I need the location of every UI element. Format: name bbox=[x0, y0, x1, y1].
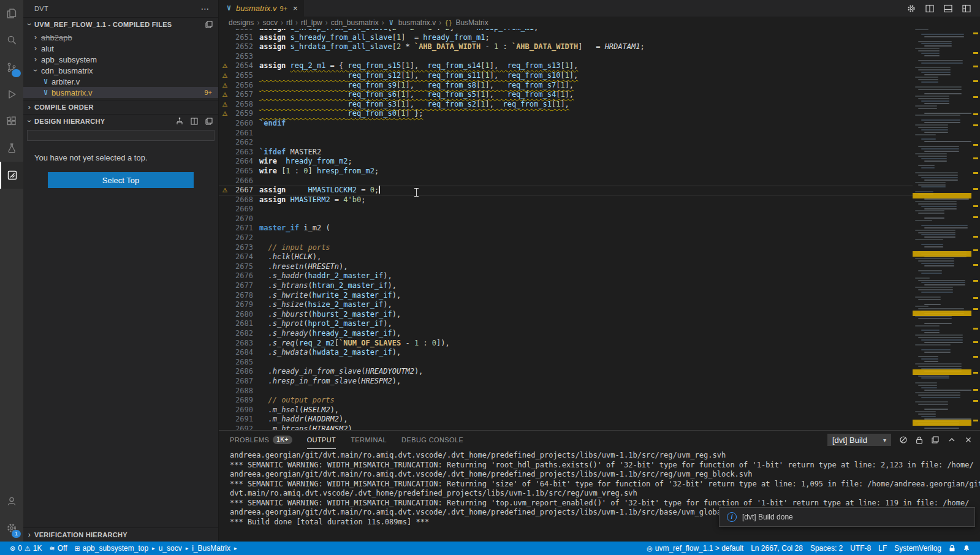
tree-item-ahb2apb[interactable]: ›ahb2apb bbox=[23, 32, 218, 43]
code-line-2689[interactable]: 2689 // output ports bbox=[219, 396, 913, 406]
tree-item-apb_subsystem[interactable]: ›apb_subsystem bbox=[23, 54, 218, 65]
code-line-2682[interactable]: 2682 .s_hready(hready_2_master_if), bbox=[219, 329, 913, 339]
code-line-2684[interactable]: 2684 .s_hwdata(hwdata_2_master_if), bbox=[219, 348, 913, 358]
code-line-2670[interactable]: 2670 bbox=[219, 214, 913, 224]
code-line-2652[interactable]: 2652assign s_hrdata_from_all_slave[2 * `… bbox=[219, 42, 913, 52]
encoding[interactable]: UTF-8 bbox=[846, 542, 875, 555]
panel-tab-terminal[interactable]: TERMINAL bbox=[351, 431, 387, 449]
select-top-button[interactable]: Select Top bbox=[48, 172, 194, 188]
verification-hierarchy-header[interactable]: › VERIFICATION HIERARCHY bbox=[23, 527, 218, 542]
activity-bar-explorer-icon[interactable] bbox=[0, 0, 23, 27]
clear-output-icon[interactable] bbox=[899, 436, 908, 444]
activity-bar-extensions-icon[interactable] bbox=[0, 108, 23, 135]
customize-layout-icon[interactable] bbox=[962, 4, 971, 13]
code-line-2667[interactable]: ⚠2667assign HMASTLOCKM2 = 0; bbox=[219, 186, 913, 195]
lock-scroll-icon[interactable] bbox=[916, 436, 923, 444]
code-line-2691[interactable]: 2691 .m_haddr(HADDRM2), bbox=[219, 415, 913, 425]
compile-order-header[interactable]: › COMPILE ORDER bbox=[23, 100, 218, 114]
code-line-2654[interactable]: ⚠2654assign req_2_m1 = { req_from_s15[1]… bbox=[219, 61, 913, 71]
code-line-2678[interactable]: 2678 .s_hwrite(hwrite_2_master_if), bbox=[219, 291, 913, 301]
code-line-2681[interactable]: 2681 .s_hprot(hprot_2_master_if), bbox=[219, 319, 913, 329]
open-in-editor-icon[interactable] bbox=[931, 436, 940, 444]
design-path-item[interactable]: apb_subsystem_top bbox=[83, 544, 148, 553]
lock-icon[interactable] bbox=[945, 542, 959, 555]
activity-bar-search-icon[interactable] bbox=[0, 27, 23, 54]
breadcrumb-item-rtl_lpw[interactable]: rtl_lpw bbox=[301, 18, 322, 27]
compiled-files-header[interactable]: › UVM_REF_FLOW_1.1 - COMPILED FILES bbox=[23, 17, 218, 31]
code-line-2674[interactable]: 2674 .hclk(HCLK), bbox=[219, 252, 913, 262]
code-line-2663[interactable]: 2663`ifdef MASTER2 bbox=[219, 148, 913, 157]
output-channel-select[interactable]: [dvt] Build▾ bbox=[827, 434, 891, 446]
maximize-panel-icon[interactable] bbox=[948, 436, 956, 444]
code-line-2673[interactable]: 2673 // input ports bbox=[219, 243, 913, 253]
design-path-item[interactable]: u_socv bbox=[159, 544, 182, 553]
code-line-2685[interactable]: 2685 bbox=[219, 358, 913, 368]
code-line-2676[interactable]: 2676 .s_haddr(haddr_2_master_if), bbox=[219, 271, 913, 281]
activity-bar-settings-icon[interactable]: 1 bbox=[0, 515, 23, 542]
code-line-2690[interactable]: 2690 .m_hsel(HSELM2), bbox=[219, 406, 913, 415]
toggle-panel-icon[interactable] bbox=[943, 4, 953, 13]
activity-bar-source-control-icon[interactable] bbox=[0, 54, 23, 81]
checks-toggle[interactable]: ≋Off bbox=[45, 542, 70, 555]
code-line-2656[interactable]: ⚠2656 req_from_s9[1], req_from_s8[1], re… bbox=[219, 81, 913, 91]
code-line-2660[interactable]: 2660`endif bbox=[219, 119, 913, 129]
split-view-icon[interactable] bbox=[190, 117, 199, 126]
code-line-2687[interactable]: 2687 .hresp_in_from_slave(HRESPM2), bbox=[219, 377, 913, 387]
breadcrumb-item-rtl[interactable]: rtl bbox=[286, 18, 292, 27]
tree-item-busmatrix.v[interactable]: Vbusmatrix.v9+ bbox=[23, 87, 218, 98]
tree-item-alut[interactable]: ›alut bbox=[23, 43, 218, 54]
panel-tab-output[interactable]: OUTPUT bbox=[307, 431, 336, 449]
breadcrumb-item-socv[interactable]: socv bbox=[262, 18, 278, 27]
activity-bar-run-and-debug-icon[interactable] bbox=[0, 81, 23, 108]
breadcrumb-item-BusMatrix[interactable]: BusMatrix bbox=[455, 18, 488, 27]
breadcrumb-item-busmatrix.v[interactable]: busmatrix.v bbox=[398, 18, 436, 27]
tree-item-cdn_busmatrix[interactable]: ›cdn_busmatrix bbox=[23, 65, 218, 76]
panel-tab-debug-console[interactable]: DEBUG CONSOLE bbox=[401, 431, 463, 449]
hierarchy-filter-box[interactable] bbox=[27, 130, 215, 141]
close-tab-icon[interactable]: × bbox=[293, 4, 298, 13]
language-mode[interactable]: SystemVerilog bbox=[891, 542, 945, 555]
notification-toast[interactable]: i [dvt] Build done bbox=[719, 507, 975, 527]
code-line-2655[interactable]: ⚠2655 req_from_s12[1], req_from_s11[1], … bbox=[219, 71, 913, 81]
code-line-2686[interactable]: 2686 .hready_in_from_slave(HREADYOUTM2), bbox=[219, 367, 913, 377]
panel-tab-problems[interactable]: PROBLEMS1K+ bbox=[230, 431, 292, 449]
code-line-2666[interactable]: 2666 bbox=[219, 176, 913, 186]
code-line-2679[interactable]: 2679 .s_hsize(hsize_2_master_if), bbox=[219, 300, 913, 310]
code-line-2659[interactable]: ⚠2659 req_from_s0[1] }; bbox=[219, 109, 913, 119]
code-line-2664[interactable]: 2664wire hready_from_m2; bbox=[219, 157, 913, 167]
breadcrumb-item-cdn_busmatrix[interactable]: cdn_busmatrix bbox=[331, 18, 379, 27]
design-path[interactable]: ⊞ apb_subsystem_top▸u_socv▸i_BusMatrix▸ bbox=[70, 542, 241, 555]
activity-bar-testing-icon[interactable] bbox=[0, 135, 23, 162]
code-line-2680[interactable]: 2680 .s_hburst(hburst_2_master_if), bbox=[219, 310, 913, 320]
code-line-2677[interactable]: 2677 .s_htrans(htran_2_master_if), bbox=[219, 281, 913, 291]
code-line-2692[interactable]: 2692 .m_htrans(HTRANSM2) bbox=[219, 425, 913, 430]
collapse-all-icon[interactable] bbox=[205, 20, 213, 29]
copy-icon[interactable] bbox=[205, 117, 213, 126]
notifications-bell-icon[interactable] bbox=[959, 542, 974, 555]
code-line-2657[interactable]: ⚠2657 req_from_s6[1], req_from_s5[1], re… bbox=[219, 90, 913, 100]
close-panel-icon[interactable] bbox=[964, 436, 973, 444]
cursor-position[interactable]: Ln 2667, Col 28 bbox=[747, 542, 807, 555]
code-line-2672[interactable]: 2672 bbox=[219, 233, 913, 243]
design-hierarchy-header[interactable]: › DESIGN HIERARCHY bbox=[23, 114, 218, 128]
code-line-2651[interactable]: 2651assign s_hready_from_all_slave[1] = … bbox=[219, 33, 913, 43]
minimap[interactable] bbox=[913, 29, 971, 430]
code-line-2675[interactable]: 2675 .hresetn(HRESETn), bbox=[219, 262, 913, 272]
code-line-2661[interactable]: 2661 bbox=[219, 129, 913, 138]
activity-bar-account-icon[interactable] bbox=[0, 488, 23, 515]
settings-gear-icon[interactable] bbox=[906, 4, 916, 13]
code-line-2658[interactable]: ⚠2658 req_from_s3[1], req_from_s2[1], re… bbox=[219, 100, 913, 110]
output-log[interactable]: andreea.georgian/git/dvt.main/ro.amiq.dv… bbox=[219, 449, 980, 542]
design-path-item[interactable]: i_BusMatrix bbox=[192, 544, 230, 553]
code-line-2669[interactable]: 2669 bbox=[219, 205, 913, 214]
code-line-2662[interactable]: 2662 bbox=[219, 138, 913, 148]
breadcrumb-item-designs[interactable]: designs bbox=[229, 18, 254, 27]
project-config[interactable]: ◎uvm_ref_flow_1.1 > default bbox=[643, 542, 747, 555]
code-line-2653[interactable]: 2653 bbox=[219, 52, 913, 62]
tree-item-arbiter.v[interactable]: Varbiter.v bbox=[23, 76, 218, 87]
eol[interactable]: LF bbox=[875, 542, 891, 555]
activity-bar-dvt-tools-icon[interactable] bbox=[0, 162, 23, 189]
split-editor-icon[interactable] bbox=[925, 4, 935, 13]
code-editor[interactable]: 2650assign s_hresp_from_all_slave[2 * 2 … bbox=[219, 29, 913, 430]
code-line-2688[interactable]: 2688 bbox=[219, 387, 913, 396]
